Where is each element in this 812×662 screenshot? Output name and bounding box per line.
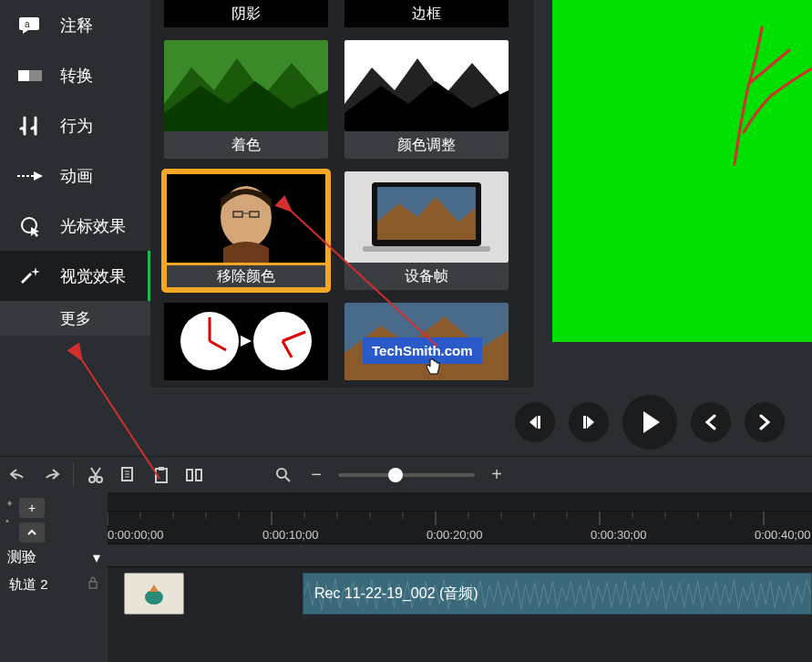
next-frame-button[interactable] [569, 402, 609, 442]
track-name[interactable]: 轨道 2 [0, 571, 108, 599]
svg-rect-39 [89, 582, 97, 588]
svg-rect-26 [583, 416, 586, 429]
zoom-out-button[interactable]: − [305, 464, 327, 486]
marker-icon: ✦ [5, 498, 14, 510]
timeline-ruler[interactable]: 0:00:00;00 0:00:10;00 0:00:20;00 0:00:30… [108, 511, 812, 543]
effect-item-color-adjust[interactable]: 颜色调整 [344, 40, 509, 159]
svg-rect-2 [18, 70, 31, 81]
sidebar-item-label: 光标效果 [60, 215, 126, 237]
effect-item-border[interactable]: 边框 [344, 0, 509, 27]
effect-item-remove-color[interactable]: 移除颜色 [164, 171, 328, 290]
effect-label: 边框 [412, 5, 441, 24]
ruler-time: 0:00:20;00 [427, 528, 482, 542]
undo-button[interactable] [7, 464, 29, 486]
sidebar-item-behavior[interactable]: 行为 [0, 100, 150, 150]
effect-thumb [164, 303, 328, 380]
cut-button[interactable] [85, 464, 107, 486]
zoom-slider[interactable] [338, 473, 475, 477]
sidebar-item-label: 动画 [60, 165, 93, 187]
effect-label: 着色 [231, 136, 261, 155]
effect-label: 颜色调整 [397, 136, 456, 155]
sidebar: a 注释 转换 行为 动画 光标效果 [0, 0, 150, 388]
sidebar-item-label: 视觉效果 [60, 265, 126, 287]
effect-item-clip-speed[interactable] [164, 303, 328, 380]
zoom-in-button[interactable]: + [486, 464, 508, 486]
timeline-tracks[interactable]: 0:00:00;00 0:00:10;00 0:00:20;00 0:00:30… [108, 492, 812, 662]
svg-line-38 [285, 477, 290, 481]
step-forward-button[interactable] [745, 402, 785, 442]
empty-track-area[interactable] [108, 622, 812, 662]
playback-controls [0, 388, 812, 456]
timeline-toolbar: − + [0, 456, 812, 492]
effect-item-device-frame[interactable]: 设备帧 [344, 171, 509, 290]
annotation-icon: a [16, 17, 44, 34]
audio-clip[interactable]: Rec 11-22-19_002 (音频) [303, 573, 812, 615]
svg-rect-25 [538, 416, 540, 429]
sidebar-item-cursor-effects[interactable]: 光标效果 [0, 201, 150, 251]
techsmith-badge: TechSmith.com [363, 337, 482, 364]
effect-thumb [344, 171, 509, 263]
sidebar-item-visual-effects[interactable]: 视觉效果 [0, 251, 150, 301]
svg-rect-36 [196, 470, 201, 481]
clip-label: Rec 11-22-19_002 (音频) [314, 584, 478, 604]
cursor-effects-icon [16, 215, 44, 237]
svg-rect-3 [29, 70, 42, 81]
quiz-dropdown[interactable]: 测验 ▾ [0, 544, 108, 571]
effect-label: 设备帧 [405, 267, 448, 286]
effect-label: 阴影 [231, 5, 261, 24]
transition-icon [16, 68, 44, 83]
sidebar-item-annotation[interactable]: a 注释 [0, 0, 150, 50]
effect-item-shadow[interactable]: 阴影 [164, 0, 328, 27]
zoom-slider-knob[interactable] [388, 468, 403, 482]
effect-label: 移除颜色 [217, 267, 275, 286]
effect-item-colorize[interactable]: 着色 [164, 40, 328, 159]
svg-rect-16 [363, 246, 490, 252]
lock-icon [87, 576, 98, 592]
sidebar-item-label: 注释 [60, 15, 93, 36]
ruler-time: 0:00:30;00 [591, 528, 646, 542]
ruler-time: 0:00:00;00 [108, 528, 163, 542]
copy-button[interactable] [118, 464, 139, 486]
effect-thumb: TechSmith.com [344, 303, 509, 380]
collapse-tracks-button[interactable] [19, 522, 45, 543]
step-back-button[interactable] [691, 402, 731, 442]
zoom-search-icon[interactable] [272, 464, 294, 486]
video-clip-thumb[interactable] [124, 573, 184, 615]
track-header-column: ✦ • + 测验 ▾ 轨道 2 [0, 492, 108, 662]
play-button[interactable] [622, 395, 677, 450]
effect-item-interactive-hotspot[interactable]: TechSmith.com [344, 303, 509, 380]
ruler-time: 0:00:40;00 [755, 528, 810, 542]
animation-icon [16, 170, 44, 182]
svg-rect-34 [159, 467, 164, 471]
effect-thumb [344, 40, 509, 131]
sidebar-more-label: 更多 [60, 308, 91, 329]
paste-button[interactable] [150, 464, 172, 486]
preview-panel [534, 0, 812, 388]
split-button[interactable] [183, 464, 205, 486]
hand-cursor-icon [425, 357, 441, 376]
behavior-icon [16, 116, 44, 136]
effect-thumb [164, 171, 328, 263]
svg-rect-35 [187, 470, 192, 481]
chevron-down-icon: ▾ [93, 549, 100, 566]
preview-canvas[interactable] [552, 0, 812, 342]
prev-frame-button[interactable] [515, 402, 555, 442]
sidebar-more-button[interactable]: 更多 [0, 301, 150, 336]
effects-panel: 阴影 边框 着色 颜色调整 移除颜色 [150, 0, 534, 388]
redo-button[interactable] [40, 464, 62, 486]
svg-text:a: a [25, 19, 30, 29]
visual-effects-icon [16, 265, 44, 287]
sidebar-item-label: 转换 [60, 65, 93, 87]
track-lane[interactable]: Rec 11-22-19_002 (音频) [108, 567, 812, 622]
sidebar-item-label: 行为 [60, 115, 93, 137]
quiz-track-lane[interactable] [108, 543, 812, 567]
ruler-time: 0:00:10;00 [262, 528, 318, 542]
effect-thumb [164, 40, 328, 131]
svg-point-37 [277, 469, 286, 478]
svg-point-62 [145, 590, 163, 605]
marker-dot-icon: • [5, 515, 14, 526]
sidebar-item-animation[interactable]: 动画 [0, 150, 150, 201]
sidebar-item-transition[interactable]: 转换 [0, 50, 150, 100]
add-track-button[interactable]: + [19, 498, 45, 518]
dropdown-label: 测验 [7, 548, 36, 567]
